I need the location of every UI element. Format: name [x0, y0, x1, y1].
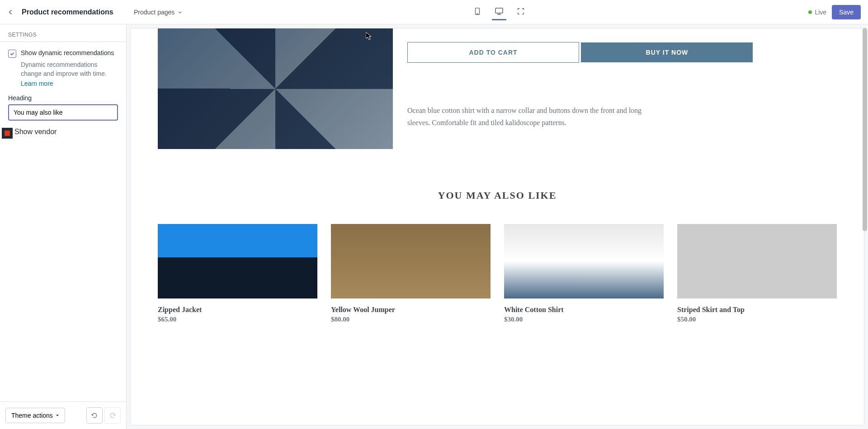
undo-button[interactable]	[86, 407, 103, 424]
rec-image	[331, 224, 491, 298]
desktop-icon	[495, 7, 504, 16]
preview-frame[interactable]: ADD TO CART BUY IT NOW Ocean blue cotton…	[130, 28, 864, 425]
heading-input[interactable]	[8, 104, 118, 121]
rec-price: $80.00	[331, 316, 491, 323]
rec-image	[677, 224, 837, 298]
sidebar-content: SETTINGS Show dynamic recommendations Dy…	[0, 24, 126, 401]
undo-redo-group	[86, 407, 121, 424]
rec-image	[158, 224, 317, 298]
rec-price: $30.00	[504, 316, 664, 323]
chevron-left-icon	[7, 9, 14, 16]
topbar-right: Live Save	[808, 5, 868, 19]
add-to-cart-button[interactable]: ADD TO CART	[407, 42, 579, 63]
theme-actions-label: Theme actions	[11, 412, 53, 419]
sidebar-footer: Theme actions	[0, 401, 126, 429]
live-label: Live	[815, 9, 826, 16]
rec-card[interactable]: Striped Skirt and Top $50.00	[677, 224, 837, 323]
recommendations-heading: YOU MAY ALSO LIKE	[158, 190, 837, 201]
heading-field-label: Heading	[8, 94, 118, 102]
rec-title: Zipped Jacket	[158, 306, 317, 314]
mobile-view-button[interactable]	[470, 4, 485, 20]
rec-title: White Cotton Shirt	[504, 306, 664, 314]
dynamic-recs-row: Show dynamic recommendations	[8, 49, 118, 58]
page-title: Product recommendations	[22, 8, 113, 16]
topbar-left: Product recommendations	[0, 5, 127, 19]
product-description: Ocean blue cotton shirt with a narrow co…	[407, 104, 642, 129]
back-button[interactable]	[4, 5, 18, 19]
svg-rect-2	[495, 8, 503, 13]
rec-price: $50.00	[677, 316, 837, 323]
learn-more-link[interactable]: Learn more	[21, 80, 118, 87]
main: SETTINGS Show dynamic recommendations Dy…	[0, 24, 868, 429]
product-main-section: ADD TO CART BUY IT NOW Ocean blue cotton…	[158, 28, 837, 149]
undo-icon	[91, 412, 98, 419]
mobile-icon	[473, 7, 481, 15]
settings-header: SETTINGS	[0, 24, 126, 42]
show-vendor-label: Show vendor	[14, 128, 57, 136]
template-selector[interactable]: Product pages	[127, 9, 190, 16]
heading-setting: Heading Show vendor	[0, 94, 126, 143]
dynamic-recs-checkbox[interactable]	[8, 50, 16, 58]
expand-icon	[517, 7, 525, 15]
rec-price: $65.00	[158, 316, 317, 323]
rec-card[interactable]: Yellow Wool Jumper $80.00	[331, 224, 491, 323]
show-vendor-row: Show vendor	[8, 128, 118, 136]
save-button[interactable]: Save	[832, 5, 861, 19]
product-image[interactable]	[158, 28, 393, 149]
sidebar: SETTINGS Show dynamic recommendations Dy…	[0, 24, 127, 429]
check-icon	[9, 51, 15, 56]
rec-title: Yellow Wool Jumper	[331, 306, 491, 314]
dynamic-recs-label: Show dynamic recommendations	[21, 49, 114, 56]
recording-indicator-icon	[2, 128, 13, 139]
shirt-pattern	[158, 28, 393, 149]
viewport-switcher	[190, 4, 808, 20]
rec-card[interactable]: Zipped Jacket $65.00	[158, 224, 317, 323]
template-label: Product pages	[134, 9, 175, 16]
redo-icon	[109, 412, 116, 419]
chevron-down-icon	[177, 9, 183, 15]
live-dot-icon	[808, 10, 812, 14]
redo-button[interactable]	[104, 407, 121, 424]
rec-title: Striped Skirt and Top	[677, 306, 837, 314]
dynamic-recs-desc: Dynamic recommendations change and impro…	[21, 61, 118, 78]
rec-image	[504, 224, 664, 298]
rec-card[interactable]: White Cotton Shirt $30.00	[504, 224, 664, 323]
theme-actions-button[interactable]: Theme actions	[5, 408, 65, 423]
preview-area: ADD TO CART BUY IT NOW Ocean blue cotton…	[127, 24, 868, 429]
caret-down-icon	[56, 414, 59, 417]
scrollbar-thumb[interactable]	[863, 28, 867, 231]
preview-content: ADD TO CART BUY IT NOW Ocean blue cotton…	[131, 28, 864, 341]
buy-now-button[interactable]: BUY IT NOW	[581, 42, 753, 62]
fullscreen-view-button[interactable]	[514, 4, 528, 20]
product-info: ADD TO CART BUY IT NOW Ocean blue cotton…	[407, 28, 837, 129]
desktop-view-button[interactable]	[492, 4, 506, 20]
dynamic-recs-setting: Show dynamic recommendations Dynamic rec…	[0, 42, 126, 94]
recommendations-grid: Zipped Jacket $65.00 Yellow Wool Jumper …	[158, 224, 837, 323]
topbar: Product recommendations Product pages Li…	[0, 0, 868, 24]
live-badge: Live	[808, 9, 826, 16]
scrollbar-track	[862, 28, 868, 425]
